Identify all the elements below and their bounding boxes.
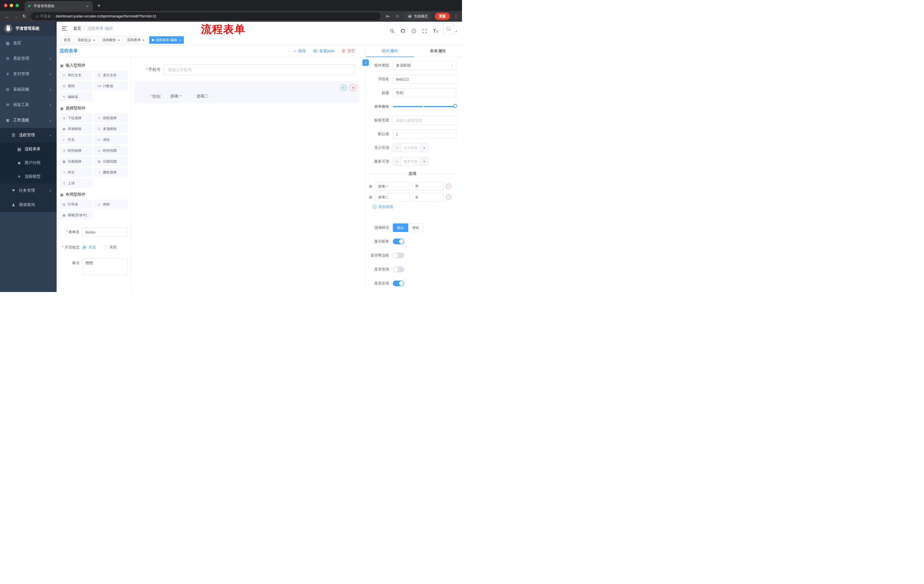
component-item-radio-group[interactable]: ◉单选框组 [59, 125, 92, 133]
component-item-time-picker[interactable]: ◷时间选择 [59, 146, 92, 155]
field-name-input[interactable] [393, 74, 456, 84]
slider-track[interactable] [393, 106, 456, 107]
link-icon-button[interactable] [363, 59, 369, 66]
clear-button[interactable]: 清空 [342, 49, 355, 54]
delete-component-button[interactable] [350, 84, 356, 91]
window-minimize-button[interactable] [10, 4, 13, 7]
remove-option-button[interactable]: − [446, 194, 451, 200]
sidebar-item-payment[interactable]: ¥ 支付管理 ∨ [0, 66, 57, 82]
bookmark-star-icon[interactable]: ☆ [394, 13, 401, 20]
component-item-password[interactable]: ⊟密码 [59, 82, 92, 90]
component-item-checkbox-group[interactable]: ☑多选框组 [95, 125, 127, 133]
sidebar-item-workflow[interactable]: ≣ 工作流程 ∧ [0, 113, 57, 128]
sidebar-item-devtools[interactable]: ⚒ 研发工具 ∨ [0, 97, 57, 113]
forward-icon[interactable]: → [12, 13, 20, 20]
canvas-field-gender-selected[interactable]: *性别 选项一 选项二 [134, 81, 360, 104]
disabled-toggle[interactable] [393, 267, 404, 272]
increase-button[interactable]: + [420, 144, 428, 152]
component-item-table[interactable]: ▦表格[开发中] [59, 211, 92, 219]
sidebar-item-process-management[interactable]: ☰ 流程管理 ∧ [0, 128, 57, 142]
save-button[interactable]: ✓ 保存 [293, 49, 306, 54]
sidebar-item-home[interactable]: ▦ 首页 [0, 35, 57, 51]
option-value-input[interactable] [412, 193, 444, 201]
component-item-slider[interactable]: ⊷滑块 [95, 135, 127, 144]
tag-process-form[interactable]: 流程表单 × [124, 36, 147, 44]
tag-process-form-edit[interactable]: 流程表单-编辑 × [149, 36, 184, 44]
fullscreen-icon[interactable] [421, 27, 428, 34]
window-close-button[interactable] [4, 4, 7, 7]
close-icon[interactable]: × [142, 38, 145, 42]
browser-tab[interactable]: 芋道管理系统 × [25, 1, 92, 11]
option-value-input[interactable] [412, 182, 444, 191]
component-type-select[interactable]: 多选框组 ∨ [393, 61, 456, 70]
component-item-select[interactable]: ◎下拉选择 [59, 114, 92, 122]
component-item-time-range[interactable]: ◶时间范围 [95, 146, 127, 155]
breadcrumb-home[interactable]: 首页 [73, 26, 81, 31]
component-item-switch[interactable]: ◐开关 [59, 135, 92, 144]
grid-slider[interactable] [393, 102, 456, 111]
tab-form-props[interactable]: 表单属性 [414, 45, 462, 57]
component-item-textarea[interactable]: ☰多行文本 [95, 71, 127, 79]
style-button-button[interactable]: 按钮 [408, 224, 423, 232]
incognito-chip[interactable]: 无痕模式 [404, 12, 431, 20]
address-bar[interactable]: ⚠ 不安全 | dashboard.yudao.iocoder.cn/bpm/m… [31, 12, 381, 20]
component-item-upload[interactable]: ↥上传 [59, 179, 92, 188]
checkbox-option-1[interactable]: 选项一 [164, 94, 182, 99]
style-default-button[interactable]: 默认 [393, 224, 408, 232]
form-canvas[interactable]: *手机号 [131, 57, 365, 292]
tag-process-model[interactable]: 流程模型 × [100, 36, 123, 44]
tab-close-icon[interactable]: × [85, 4, 90, 8]
copy-component-button[interactable] [340, 84, 347, 91]
component-item-date-range[interactable]: ▤日期范围 [95, 157, 127, 166]
canvas-field-phone[interactable]: *手机号 [131, 64, 365, 76]
sidebar-item-system[interactable]: ⚙ 系统管理 ∨ [0, 51, 57, 66]
tag-process-definition[interactable]: 流程定义 × [75, 36, 98, 44]
new-tab-button[interactable]: + [95, 2, 103, 10]
radio-on[interactable]: 开启 [82, 245, 96, 250]
component-item-row-container[interactable]: ▥行容器 [59, 200, 92, 209]
help-icon[interactable]: ? [411, 27, 417, 34]
window-zoom-button[interactable] [15, 4, 19, 7]
label-width-input[interactable] [393, 116, 456, 125]
back-icon[interactable]: ← [3, 13, 11, 20]
required-toggle[interactable] [393, 281, 404, 286]
option-label-input[interactable] [375, 182, 410, 191]
decrease-button[interactable]: − [393, 144, 401, 152]
component-item-counter[interactable]: 123计数器 [95, 82, 127, 90]
option-label-input[interactable] [375, 193, 410, 201]
close-icon[interactable]: × [179, 38, 182, 42]
component-item-button[interactable]: ◻按钮 [95, 200, 127, 209]
remark-textarea[interactable]: 嘿嘿 [82, 258, 128, 275]
component-item-editor[interactable]: ✎编辑器 [59, 92, 92, 101]
sidebar-item-process-form[interactable]: ▤ 流程表单 [0, 142, 57, 156]
sidebar-logo[interactable]: 芋道管理系统 [0, 22, 57, 35]
component-item-color-picker[interactable]: ◑颜色选择 [95, 168, 127, 176]
max-select-input[interactable] [401, 158, 420, 165]
form-name-input[interactable] [82, 227, 128, 237]
reload-icon[interactable]: ↻ [21, 13, 28, 20]
tag-home[interactable]: 首页 [61, 36, 73, 44]
min-select-input[interactable] [401, 144, 420, 152]
component-item-single-text[interactable]: ▭单行文本 [59, 71, 92, 79]
drag-handle-icon[interactable] [368, 184, 373, 189]
show-label-toggle[interactable] [393, 239, 404, 244]
sidebar-item-process-model[interactable]: ✈ 流程模型 [0, 170, 57, 183]
close-icon[interactable]: × [117, 38, 120, 42]
component-item-cascader[interactable]: ⋎级联选择 [95, 114, 127, 122]
font-size-icon[interactable]: TT [432, 27, 439, 34]
radio-off[interactable]: 关闭 [103, 245, 117, 250]
view-json-button[interactable]: 查看json [313, 49, 335, 54]
phone-input[interactable] [164, 64, 355, 75]
title-input[interactable] [393, 88, 456, 97]
increase-button[interactable]: + [420, 158, 428, 165]
close-icon[interactable]: × [92, 38, 96, 42]
browser-menu-icon[interactable]: ⋮ [454, 13, 459, 20]
checkbox-option-2[interactable]: 选项二 [190, 94, 208, 99]
decrease-button[interactable]: − [393, 158, 401, 165]
add-option-button[interactable]: + 添加选项 [373, 204, 456, 209]
key-icon[interactable] [384, 13, 391, 20]
sidebar-item-infrastructure[interactable]: ⊞ 基础设施 ∨ [0, 82, 57, 97]
remove-option-button[interactable]: − [446, 184, 451, 189]
sidebar-item-task-management[interactable]: ⚑ 任务管理 ∨ [0, 183, 57, 198]
border-toggle[interactable] [393, 253, 404, 258]
